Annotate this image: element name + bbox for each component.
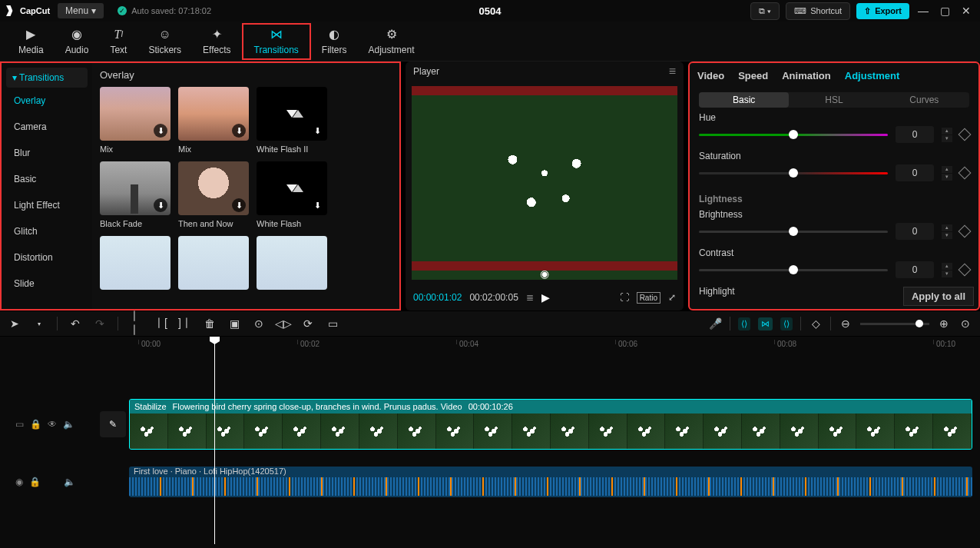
rotate-tool[interactable]: ⟳	[301, 317, 315, 330]
tab-stickers[interactable]: ☺Stickers	[137, 25, 192, 58]
cursor-tool[interactable]: ➤	[8, 317, 22, 330]
video-clip[interactable]: StabilizeFlowering bird cherry spring cl…	[129, 399, 972, 450]
transition-item[interactable]: ⬇White Flash II	[257, 87, 327, 154]
menu-button[interactable]: Menu▾	[58, 3, 104, 18]
disc-icon[interactable]: ◉	[15, 477, 23, 487]
transition-item[interactable]	[257, 236, 327, 294]
zoom-slider[interactable]	[860, 323, 929, 325]
download-icon[interactable]: ⬇	[232, 124, 246, 138]
eye-icon[interactable]: 👁	[48, 419, 57, 430]
rtab-video[interactable]: Video	[697, 70, 724, 81]
sat-slider[interactable]	[699, 172, 888, 174]
delete-tool[interactable]: 🗑	[203, 317, 217, 330]
close-button[interactable]: ✕	[958, 3, 974, 18]
maximize-button[interactable]: ▢	[937, 3, 952, 18]
lock-icon[interactable]: 🔒	[30, 419, 41, 430]
tab-filters[interactable]: ◐Filters	[311, 25, 358, 58]
sidebar-item-basic[interactable]: Basic	[6, 166, 88, 192]
transition-item[interactable]: ⬇Then and Now	[178, 161, 249, 228]
download-icon[interactable]: ⬇	[310, 198, 324, 212]
rtab-animation[interactable]: Animation	[782, 70, 831, 81]
crop-tool[interactable]: ▣	[227, 317, 241, 330]
frame-tool[interactable]: ▭	[326, 317, 339, 330]
split-tool[interactable]: 〡〡	[129, 317, 143, 330]
download-icon[interactable]: ⬇	[310, 124, 324, 138]
ruler[interactable]: 00:00 00:02 00:04 00:06 00:08 00:10	[100, 337, 980, 355]
transition-item[interactable]: ⬇White Flash	[257, 161, 327, 228]
hue-stepper[interactable]: ▴▾	[942, 128, 952, 142]
ratio-button[interactable]: Ratio	[637, 292, 661, 304]
con-slider[interactable]	[699, 269, 888, 271]
align-icon[interactable]: ◇	[809, 317, 823, 330]
scale-icon[interactable]: ⛶	[620, 292, 629, 303]
con-stepper[interactable]: ▴▾	[942, 263, 952, 277]
tab-audio[interactable]: ◉Audio	[55, 25, 100, 58]
undo-button[interactable]: ↶	[68, 317, 82, 330]
zoom-fit[interactable]: ⊙	[958, 317, 972, 330]
snap-left[interactable]: ⟨⟩	[738, 317, 750, 330]
player-menu-icon[interactable]: ≡	[669, 65, 676, 78]
cover-icon[interactable]: ▭	[15, 419, 24, 430]
speed-tool[interactable]: ⊙	[252, 317, 266, 330]
download-icon[interactable]: ⬇	[232, 198, 246, 212]
keyframe-icon[interactable]	[958, 167, 972, 180]
transition-item[interactable]: ⬇Black Fade	[100, 161, 171, 228]
sat-stepper[interactable]: ▴▾	[942, 166, 952, 181]
tab-text[interactable]: TIText	[99, 25, 137, 58]
list-icon[interactable]: ≣	[526, 292, 534, 303]
layout-button[interactable]: ⧉ ▾	[750, 2, 780, 20]
mic-icon[interactable]: 🎤	[708, 317, 722, 330]
sidebar-header[interactable]: ▾ Transitions	[6, 68, 88, 88]
bri-stepper[interactable]: ▴▾	[942, 224, 952, 239]
con-value[interactable]: 0	[896, 261, 934, 278]
capture-icon[interactable]: ◉	[540, 267, 549, 280]
keyframe-icon[interactable]	[958, 128, 972, 141]
dropdown-icon[interactable]: ▾	[32, 317, 46, 330]
mirror-tool[interactable]: ◁▷	[276, 317, 290, 330]
apply-all-button[interactable]: Apply to all	[903, 287, 974, 306]
rtab-speed[interactable]: Speed	[738, 70, 768, 81]
mute-icon[interactable]: 🔈	[63, 419, 74, 430]
player-viewport[interactable]: ◉	[412, 86, 677, 280]
play-button[interactable]: ▶	[541, 291, 550, 304]
tab-effects[interactable]: ✦Effects	[192, 25, 241, 58]
tab-transitions[interactable]: ⋈Transitions	[242, 23, 311, 60]
tab-adjustment[interactable]: ⚙Adjustment	[357, 25, 425, 58]
playhead[interactable]	[214, 337, 215, 544]
bri-slider[interactable]	[699, 231, 888, 233]
zoom-out[interactable]: ⊖	[839, 317, 853, 330]
sidebar-item-camera[interactable]: Camera	[6, 114, 88, 140]
audio-clip[interactable]: First love · Piano · Lofi HipHop(1420517…	[129, 467, 972, 497]
snap-mid[interactable]: ⋈	[758, 317, 773, 330]
sidebar-item-blur[interactable]: Blur	[6, 140, 88, 166]
trim-right-tool[interactable]: ]〡	[178, 317, 192, 330]
timeline[interactable]: 00:00 00:02 00:04 00:06 00:08 00:10 ▭ 🔒 …	[0, 337, 980, 548]
mute-icon[interactable]: 🔈	[64, 477, 75, 487]
edit-column-icon[interactable]: ✎	[100, 411, 126, 437]
trim-left-tool[interactable]: 〡[	[154, 317, 167, 330]
seg-basic[interactable]: Basic	[699, 92, 789, 108]
lock-icon[interactable]: 🔒	[29, 477, 41, 487]
seg-curves[interactable]: Curves	[879, 92, 969, 108]
hue-value[interactable]: 0	[896, 126, 934, 143]
redo-button[interactable]: ↷	[93, 317, 107, 330]
download-icon[interactable]: ⬇	[154, 198, 167, 212]
sidebar-item-slide[interactable]: Slide	[6, 271, 88, 297]
zoom-in[interactable]: ⊕	[937, 317, 951, 330]
snap-right[interactable]: ⟨⟩	[780, 317, 793, 330]
hue-slider[interactable]	[699, 134, 888, 136]
seg-hsl[interactable]: HSL	[789, 92, 879, 108]
tab-media[interactable]: ▶Media	[8, 25, 55, 58]
transition-item[interactable]	[178, 236, 249, 294]
export-button[interactable]: ⇧ Export	[856, 3, 909, 19]
transition-item[interactable]	[100, 236, 171, 294]
sidebar-item-glitch[interactable]: Glitch	[6, 218, 88, 244]
rtab-adjustment[interactable]: Adjustment	[845, 70, 900, 81]
transition-item[interactable]: ⬇Mix	[178, 87, 249, 154]
keyframe-icon[interactable]	[958, 225, 972, 238]
sidebar-item-light[interactable]: Light Effect	[6, 192, 88, 218]
sidebar-item-overlay[interactable]: Overlay	[6, 88, 88, 114]
transition-item[interactable]: ⬇Mix	[100, 87, 171, 154]
minimize-button[interactable]: —	[915, 3, 931, 18]
shortcut-button[interactable]: ⌨ Shortcut	[786, 2, 850, 20]
